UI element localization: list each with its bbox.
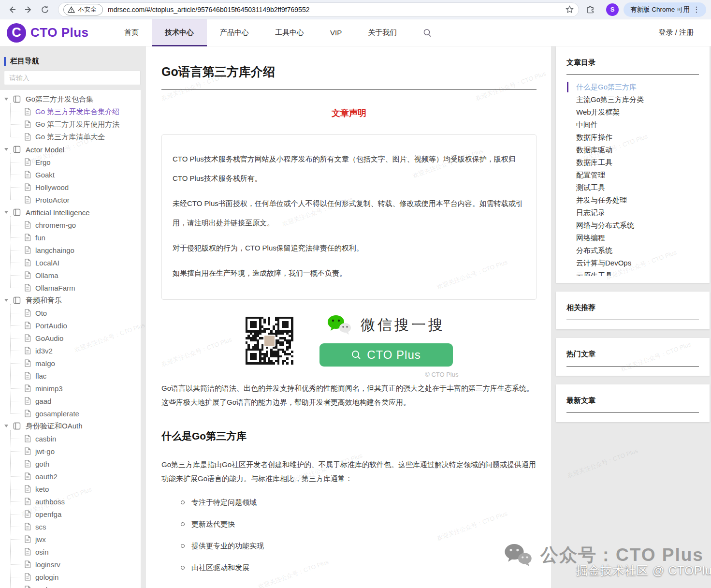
nav-item-0[interactable]: 首页 [111,19,152,46]
document-icon [24,108,31,116]
toc-item-9[interactable]: 并发与任务处理 [566,194,699,206]
tree-item[interactable]: gaad [0,395,141,407]
tree-item[interactable]: id3v2 [0,344,141,357]
document-icon [24,133,31,141]
nav-item-3[interactable]: 工具中心 [262,19,317,46]
sidebar-search-input[interactable] [4,71,141,85]
tree-category-label: Actor Model [26,146,64,154]
tree-item[interactable]: GoAudio [0,332,141,344]
toc-item-12[interactable]: 网络编程 [566,232,699,244]
tree-item[interactable]: Ollama [0,269,141,281]
chrome-update-button[interactable]: 有新版 Chrome 可用 ⋮ [624,2,706,17]
site-logo[interactable]: C CTO Plus [0,23,111,43]
address-bar[interactable]: 不安全 mdrsec.com/#/ctoplus_article/957646b… [58,2,579,17]
tree-item[interactable]: loginsrv [0,558,141,571]
tree-item[interactable]: jwx [0,533,141,545]
tree-item[interactable]: flac [0,369,141,382]
tree-item[interactable]: malgo [0,357,141,369]
document-icon [24,472,31,480]
toc-item-5[interactable]: 数据库驱动 [566,144,699,156]
toc-item-14[interactable]: 云计算与DevOps [566,257,699,269]
back-button[interactable] [5,2,19,17]
notebook-icon [13,146,21,153]
toc-item-4[interactable]: 数据库操作 [566,131,699,144]
tree-item[interactable]: osin [0,545,141,558]
tree-item[interactable]: Go 第三方开发库使用方法 [0,118,141,131]
toc-item-3[interactable]: 中间件 [566,118,699,131]
toc-item-7[interactable]: 配置管理 [566,169,699,181]
tree-category-0[interactable]: Go第三方开发包合集 [0,93,141,105]
tree-item[interactable]: Goakt [0,168,141,181]
url-text[interactable]: mdrsec.com/#/ctoplus_article/957646b015f… [108,6,566,14]
caret-down-icon[interactable] [4,211,8,214]
tree-item[interactable]: gosamplerate [0,407,141,420]
bookmark-star-icon[interactable] [566,5,574,14]
tree-item[interactable]: fun [0,231,141,244]
caret-down-icon[interactable] [4,98,8,101]
browser-menu-icon[interactable]: ⋮ [690,5,703,14]
tree-item[interactable]: Go 第三方库清单大全 [0,131,141,143]
document-icon [24,447,31,455]
tree-item[interactable]: casbin [0,432,141,445]
tree-item[interactable]: scs [0,520,141,533]
tree-category-1[interactable]: Actor Model [0,143,141,156]
nav-item-4[interactable]: VIP [317,19,355,46]
tree-item-label: malgo [35,359,55,368]
tree-item[interactable]: minimp3 [0,382,141,395]
tree-item-label: minimp3 [35,384,63,393]
toc-item-11[interactable]: 网络与分布式系统 [566,219,699,232]
nav-item-5[interactable]: 关于我们 [355,19,410,46]
login-register-link[interactable]: 登录 / 注册 [658,28,711,37]
toc-item-2[interactable]: Web开发框架 [566,106,699,118]
tree-category-2[interactable]: Artificial Intelligence [0,206,141,219]
extensions-icon[interactable] [586,5,595,14]
nav-item-1[interactable]: 技术中心 [152,19,207,46]
nav-item-2[interactable]: 产品中心 [207,19,262,46]
tree-item[interactable]: Oto [0,307,141,319]
tree-item[interactable]: LocalAI [0,256,141,269]
notebook-icon [13,208,21,216]
tree-item-label: LocalAI [35,259,59,267]
browser-window: 不安全 mdrsec.com/#/ctoplus_article/957646b… [0,0,711,588]
toc-item-15[interactable]: 云原生工具 [566,269,699,276]
tree-item[interactable]: jwt-go [0,445,141,457]
tree-item[interactable]: authboss [0,495,141,508]
caret-down-icon[interactable] [4,299,8,302]
security-label: 不安全 [78,5,97,14]
toc-item-8[interactable]: 测试工具 [566,181,699,194]
tree-item[interactable]: Go 第三方开发库合集介绍 [0,105,141,118]
document-icon [24,573,31,581]
toc-item-10[interactable]: 日志记录 [566,206,699,219]
profile-avatar[interactable]: S [606,3,619,16]
tree-category-3[interactable]: 音频和音乐 [0,294,141,307]
wechat-search-pill: CTO Plus [319,343,453,367]
tree-item[interactable]: Ergo [0,156,141,168]
reload-button[interactable] [38,2,52,17]
toc-item-13[interactable]: 分布式系统 [566,244,699,257]
tree-item[interactable]: Hollywood [0,181,141,193]
security-chip[interactable]: 不安全 [63,4,103,15]
caret-down-icon[interactable] [4,148,8,151]
tree-category-4[interactable]: 身份验证和OAuth [0,420,141,432]
tree-item[interactable]: langchaingo [0,244,141,256]
toc-item-1[interactable]: 主流Go第三方库分类 [566,93,699,106]
tree-item[interactable]: keto [0,483,141,495]
forward-button[interactable] [21,2,36,17]
tree-item[interactable]: chromem-go [0,219,141,231]
toc-item-6[interactable]: 数据库工具 [566,156,699,169]
caret-down-icon[interactable] [4,425,8,427]
tree-item[interactable]: PortAudio [0,319,141,332]
tree-item-label: openfga [35,510,61,518]
toc-item-0[interactable]: 什么是Go第三方库 [566,81,699,93]
tree-item[interactable]: gorbac [0,583,141,588]
tree-item[interactable]: OllamaFarm [0,281,141,294]
document-icon [24,397,31,405]
document-icon [24,410,31,417]
article-title: Go语言第三方库介绍 [161,64,537,80]
tree-item[interactable]: openfga [0,508,141,520]
tree-item[interactable]: ProtoActor [0,193,141,206]
tree-item[interactable]: oauth2 [0,470,141,483]
header-search-icon[interactable] [422,28,432,38]
tree-item[interactable]: goth [0,457,141,470]
tree-item[interactable]: gologin [0,571,141,583]
